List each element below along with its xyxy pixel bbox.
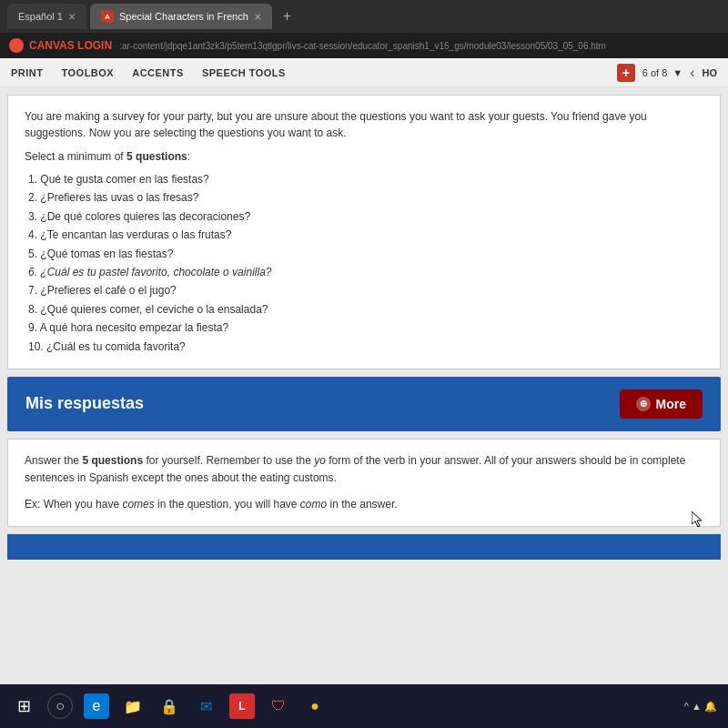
url-bar[interactable]: :ar-content/jdpqe1ant3zk3/p5tem13qtlgpr/… — [119, 41, 719, 51]
toolbar-right: + 6 of 8 ▼ ‹ HO — [617, 64, 717, 82]
lp-icon[interactable]: L — [229, 693, 255, 719]
tab-special-chars-label: Special Characters in French — [119, 11, 248, 22]
question-6-italic: 6. ¿Cuál es tu pastel favorito, chocolat… — [28, 266, 271, 278]
address-bar: CANVAS LOGIN :ar-content/jdpqe1ant3zk3/p… — [0, 33, 728, 58]
edge-icon[interactable]: e — [84, 693, 109, 719]
more-button-label: More — [656, 397, 686, 411]
select-label: Select a minimum of 5 questions: — [25, 150, 703, 163]
page-info: 6 of 8 — [642, 67, 668, 78]
list-item: 3. ¿De qué colores quieres las decoracio… — [28, 207, 703, 226]
windows-start-icon[interactable]: ⊞ — [11, 693, 36, 719]
search-icon[interactable]: ○ — [47, 693, 73, 719]
answer-instruction: Answer the 5 questions for yourself. Rem… — [25, 452, 703, 487]
browser-tabs-bar: Español 1 ✕ A Special Characters in Fren… — [0, 0, 728, 33]
system-tray-icons: ^ ▲ 🔔 — [684, 701, 717, 713]
answer-section: Answer the 5 questions for yourself. Rem… — [7, 439, 721, 528]
tab-special-chars-close[interactable]: ✕ — [254, 12, 261, 22]
como-italic: como — [300, 498, 327, 511]
answer-count-emphasis: 5 questions — [82, 454, 143, 467]
new-tab-button[interactable]: + — [276, 8, 298, 25]
page-navigation: 6 of 8 ▼ — [642, 67, 682, 78]
canvas-login-indicator[interactable]: CANVAS LOGIN — [9, 38, 112, 53]
example-text: Ex: When you have comes in the question,… — [25, 496, 703, 513]
list-item: 5. ¿Qué tomas en las fiestas? — [28, 245, 703, 263]
select-count: 5 questions — [126, 150, 187, 163]
page-dropdown-icon[interactable]: ▼ — [672, 67, 682, 78]
app-toolbar: PRINT TOOLBOX ACCENTS SPEECH TOOLS + 6 o… — [0, 58, 728, 87]
list-item: 7. ¿Prefieres el café o el jugo? — [28, 281, 703, 299]
blue-banner: Mis respuestas ⊕ More — [7, 377, 721, 431]
tab-special-chars[interactable]: A Special Characters in French ✕ — [90, 4, 272, 29]
tab-espanol-close[interactable]: ✕ — [68, 12, 76, 22]
nav-prev-arrow[interactable]: ‹ — [690, 65, 694, 81]
list-item: 2. ¿Prefieres las uvas o las fresas? — [28, 188, 703, 207]
list-item: 4. ¿Te encantan las verduras o las fruta… — [28, 226, 703, 244]
toolbar-toolbox[interactable]: TOOLBOX — [62, 67, 115, 78]
ho-label: HO — [703, 67, 718, 78]
questions-list: 1. Qué te gusta comer en las fiestas? 2.… — [25, 170, 703, 356]
folder-icon[interactable]: 📁 — [120, 693, 146, 719]
comes-italic: comes — [122, 498, 154, 511]
content-box: You are making a survey for your party, … — [7, 95, 721, 369]
list-item: 6. ¿Cuál es tu pastel favorito, chocolat… — [28, 263, 703, 281]
yo-emphasis: yo — [314, 454, 326, 467]
main-content: You are making a survey for your party, … — [0, 87, 728, 684]
canvas-login-label: CANVAS LOGIN — [29, 39, 112, 52]
list-item: 10. ¿Cuál es tu comida favorita? — [28, 338, 703, 356]
toolbar-speech-tools[interactable]: SPEECH TOOLS — [202, 67, 286, 78]
list-item: 8. ¿Qué quieres comer, el ceviche o la e… — [28, 300, 703, 318]
mail-icon[interactable]: ✉ — [193, 693, 218, 719]
canvas-logo-icon — [9, 38, 24, 53]
toolbar-print[interactable]: PRINT — [11, 67, 44, 78]
add-button[interactable]: + — [617, 64, 635, 82]
lock-icon[interactable]: 🔒 — [157, 693, 182, 719]
bottom-blue-bar — [7, 534, 721, 560]
banner-title: Mis respuestas — [25, 394, 144, 413]
instruction-text: You are making a survey for your party, … — [25, 108, 703, 141]
more-button[interactable]: ⊕ More — [620, 389, 703, 419]
more-icon: ⊕ — [636, 397, 651, 411]
list-item: 9. A qué hora necesito empezar la fiesta… — [28, 318, 703, 337]
chrome-icon[interactable]: ● — [302, 693, 328, 719]
tab-espanol-label: Español 1 — [18, 11, 63, 22]
system-tray: ^ ▲ 🔔 — [684, 701, 717, 713]
taskbar: ⊞ ○ e 📁 🔒 ✉ L 🛡 ● ^ ▲ 🔔 — [0, 684, 728, 728]
shield-icon[interactable]: 🛡 — [266, 693, 291, 719]
list-item: 1. Qué te gusta comer en las fiestas? — [28, 170, 703, 188]
toolbar-accents[interactable]: ACCENTS — [132, 67, 184, 78]
tab-special-chars-icon: A — [101, 10, 114, 23]
tab-espanol[interactable]: Español 1 ✕ — [7, 4, 86, 29]
